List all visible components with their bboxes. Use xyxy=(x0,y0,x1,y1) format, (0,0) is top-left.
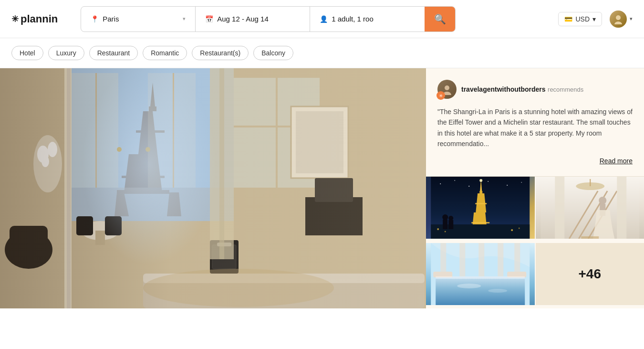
svg-rect-40 xyxy=(210,68,234,259)
photo-3-svg xyxy=(426,243,535,305)
svg-rect-14 xyxy=(64,68,72,308)
svg-rect-45 xyxy=(305,197,363,235)
filter-chip-restaurant[interactable]: Restaurant xyxy=(89,46,138,60)
svg-point-52 xyxy=(468,186,469,187)
svg-point-21 xyxy=(145,147,150,152)
svg-rect-10 xyxy=(117,190,169,194)
svg-point-69 xyxy=(511,229,513,231)
header: ✳ plannin 📍 Paris ▾ 📅 Aug 12 - Aug 14 👤 … xyxy=(0,0,644,38)
svg-rect-43 xyxy=(291,106,348,178)
user-menu[interactable]: ▾ xyxy=(610,11,633,28)
svg-point-42 xyxy=(143,269,334,307)
svg-rect-76 xyxy=(555,177,564,239)
svg-rect-24 xyxy=(234,126,320,127)
date-value: Aug 12 - Aug 14 xyxy=(217,15,269,23)
photo-cell-3[interactable] xyxy=(426,243,535,305)
svg-point-51 xyxy=(454,180,455,181)
svg-point-71 xyxy=(442,214,448,220)
svg-rect-7 xyxy=(136,130,165,133)
svg-point-68 xyxy=(445,231,446,232)
read-more-link[interactable]: Read more xyxy=(437,157,633,165)
photo-cell-1[interactable] xyxy=(426,177,535,239)
svg-point-73 xyxy=(448,216,453,221)
svg-point-54 xyxy=(507,185,508,186)
guests-icon: 👤 xyxy=(320,15,328,23)
svg-rect-41 xyxy=(219,68,224,259)
filter-bar: Hotel Luxury Restaurant Romantic Restaur… xyxy=(0,38,644,68)
svg-marker-8 xyxy=(124,154,162,192)
hero-image-svg xyxy=(0,68,426,308)
svg-rect-72 xyxy=(443,220,447,229)
svg-rect-35 xyxy=(143,274,425,308)
svg-rect-39 xyxy=(217,243,231,246)
filter-chip-romantic[interactable]: Romantic xyxy=(143,46,187,60)
currency-selector[interactable]: 💳 USD ▾ xyxy=(558,12,602,26)
rec-brand-badge: ✳ xyxy=(436,91,445,100)
svg-rect-61 xyxy=(471,222,489,223)
svg-point-20 xyxy=(117,147,122,152)
rec-avatar-wrapper: ✳ xyxy=(437,80,457,99)
search-icon: 🔍 xyxy=(434,13,446,25)
logo[interactable]: ✳ plannin xyxy=(11,13,58,25)
svg-point-25 xyxy=(5,231,52,269)
avatar-chevron-icon: ▾ xyxy=(630,16,633,22)
rec-quote: "The Shangri-La in Paris is a stunning h… xyxy=(437,106,633,149)
svg-rect-17 xyxy=(95,73,97,188)
currency-label: USD xyxy=(575,15,590,23)
rec-username[interactable]: travelagentwithoutborders xyxy=(461,85,546,93)
svg-point-47 xyxy=(445,85,449,90)
header-right: 💳 USD ▾ ▾ xyxy=(558,11,633,28)
svg-rect-94 xyxy=(436,276,525,279)
svg-point-55 xyxy=(521,182,522,183)
svg-rect-13 xyxy=(67,188,234,221)
svg-point-80 xyxy=(599,197,606,204)
location-chevron-icon: ▾ xyxy=(183,16,186,22)
svg-rect-46 xyxy=(315,178,353,202)
avatar-icon xyxy=(613,14,623,24)
svg-rect-89 xyxy=(436,276,525,305)
svg-rect-18 xyxy=(148,73,196,188)
location-icon: 📍 xyxy=(91,15,99,23)
svg-marker-11 xyxy=(114,192,129,216)
svg-point-32 xyxy=(37,146,49,163)
svg-point-33 xyxy=(48,142,57,157)
svg-point-27 xyxy=(81,221,119,240)
photo-cell-4[interactable]: +46 xyxy=(536,243,644,305)
search-bar: 📍 Paris ▾ 📅 Aug 12 - Aug 14 👤 1 adult, 1… xyxy=(81,6,456,32)
svg-rect-37 xyxy=(210,240,239,274)
filter-chip-hotel[interactable]: Hotel xyxy=(11,46,43,60)
svg-point-1 xyxy=(614,21,622,24)
svg-point-65 xyxy=(479,179,482,182)
svg-rect-26 xyxy=(10,226,48,254)
svg-rect-22 xyxy=(234,78,320,188)
svg-rect-28 xyxy=(95,231,105,245)
filter-chip-luxury[interactable]: Luxury xyxy=(48,46,84,60)
recommendation-card: ✳ travelagentwithoutborders recommends "… xyxy=(426,68,644,177)
main-content: ✳ travelagentwithoutborders recommends "… xyxy=(0,68,644,308)
photo-cell-2[interactable] xyxy=(536,177,644,239)
svg-point-67 xyxy=(437,228,439,230)
svg-rect-82 xyxy=(581,236,599,239)
location-field[interactable]: 📍 Paris ▾ xyxy=(81,7,196,32)
guests-field[interactable]: 👤 1 adult, 1 roo xyxy=(310,7,425,32)
currency-chevron-icon: ▾ xyxy=(592,15,596,23)
svg-point-31 xyxy=(33,135,62,192)
svg-rect-23 xyxy=(276,78,278,188)
svg-rect-30 xyxy=(105,216,122,235)
rec-action: recommends xyxy=(548,86,583,93)
filter-chip-balcony[interactable]: Balcony xyxy=(253,46,293,60)
date-field[interactable]: 📅 Aug 12 - Aug 14 xyxy=(196,7,310,32)
svg-rect-59 xyxy=(475,203,487,204)
svg-point-53 xyxy=(488,181,488,182)
filter-chip-restaurants[interactable]: Restaurant(s) xyxy=(192,46,249,60)
photo-overlay[interactable]: +46 xyxy=(536,243,644,305)
svg-rect-15 xyxy=(67,68,71,308)
svg-rect-5 xyxy=(149,106,156,111)
guests-value: 1 adult, 1 roo xyxy=(332,15,374,23)
logo-text: plannin xyxy=(21,13,58,25)
svg-point-91 xyxy=(488,289,507,293)
svg-marker-12 xyxy=(167,192,181,216)
search-button[interactable]: 🔍 xyxy=(425,7,455,32)
sidebar: ✳ travelagentwithoutborders recommends "… xyxy=(426,68,644,308)
hero-image[interactable] xyxy=(0,68,426,308)
